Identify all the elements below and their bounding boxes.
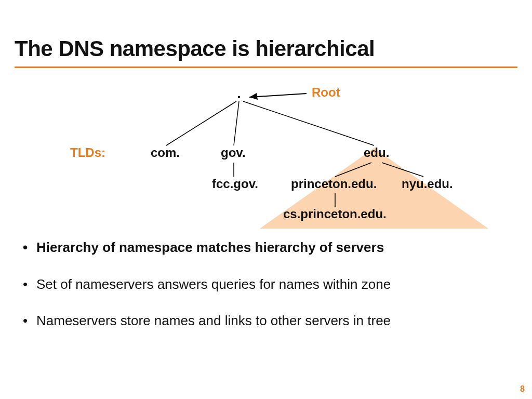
edge-root-com xyxy=(166,101,236,145)
node-edu: edu. xyxy=(364,145,389,160)
bullet-2: Set of nameservers answers queries for n… xyxy=(21,276,509,293)
node-gov: gov. xyxy=(221,145,246,160)
slide-title: The DNS namespace is hierarchical xyxy=(15,36,375,61)
node-fcc-gov: fcc.gov. xyxy=(212,177,258,191)
page-number: 8 xyxy=(520,384,525,394)
dns-tree-diagram: . Root TLDs: com. gov. edu. fcc.gov. pri… xyxy=(0,78,532,234)
slide: The DNS namespace is hierarchical . Root… xyxy=(0,0,532,399)
edge-root-edu xyxy=(243,101,374,145)
bullet-3: Nameservers store names and links to oth… xyxy=(21,312,509,329)
arrow-root-line xyxy=(249,94,307,97)
node-com: com. xyxy=(151,145,180,160)
title-underline xyxy=(15,66,517,68)
bullet-1: Hierarchy of namespace matches hierarchy… xyxy=(21,239,509,256)
bullet-list: Hierarchy of namespace matches hierarchy… xyxy=(21,239,509,349)
node-princeton-edu: princeton.edu. xyxy=(291,177,377,191)
edge-root-gov xyxy=(234,101,239,145)
node-root-dot: . xyxy=(237,85,241,102)
label-tlds: TLDs: xyxy=(70,145,105,160)
node-cs-princeton-edu: cs.princeton.edu. xyxy=(283,207,387,221)
node-nyu-edu: nyu.edu. xyxy=(402,177,453,191)
label-root: Root xyxy=(312,85,340,100)
arrow-root-head xyxy=(249,93,258,100)
